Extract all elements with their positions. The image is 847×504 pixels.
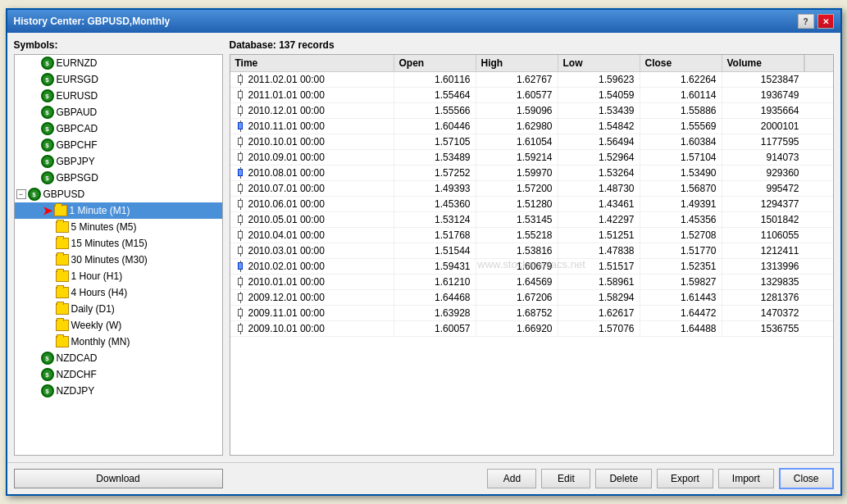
coin-icon-gbpcad: $: [41, 122, 54, 135]
tree-item-gbpchf[interactable]: $ GBPCHF: [15, 137, 222, 153]
candle-wick-top: [240, 89, 241, 92]
cell-low: 1.62617: [558, 306, 640, 320]
tree-item-eurusd[interactable]: $ EURUSD: [15, 88, 222, 104]
close-button[interactable]: Close: [779, 468, 834, 489]
tree-item-m1[interactable]: ➤ 1 Minute (M1): [15, 202, 222, 219]
cell-time: 2009.10.01 00:00: [230, 321, 394, 336]
candle-wick-bottom: [240, 238, 241, 241]
cell-time: 2010.04.01 00:00: [230, 228, 394, 243]
table-row[interactable]: 2010.12.01 00:00 1.55566 1.59096 1.53439…: [230, 103, 833, 119]
col-time[interactable]: Time: [230, 55, 394, 71]
table-row[interactable]: 2009.12.01 00:00 1.64468 1.67206 1.58294…: [230, 290, 833, 306]
cell-low: 1.43461: [558, 197, 640, 211]
cell-open: 1.55566: [394, 103, 476, 118]
tree-item-m15[interactable]: 15 Minutes (M15): [15, 235, 222, 252]
tree-item-nzdchf[interactable]: $ NZDCHF: [15, 366, 222, 383]
tree-item-nzdcad[interactable]: $ NZDCAD: [15, 350, 222, 366]
tree-item-h4[interactable]: 4 Hours (H4): [15, 284, 222, 301]
cell-open: 1.57252: [394, 166, 476, 180]
tree-label-w: Weekly (W): [71, 320, 122, 331]
table-body[interactable]: www.stockmaniacs.net 2011.02.01 00:00 1.…: [230, 72, 833, 455]
cell-volume: 1313996: [722, 259, 804, 274]
table-row[interactable]: 2010.01.01 00:00 1.61210 1.64569 1.58961…: [230, 275, 833, 290]
window-title: History Center: GBPUSD,Monthly: [14, 16, 171, 27]
import-button[interactable]: Import: [718, 469, 774, 488]
cell-close: 1.62264: [640, 72, 722, 87]
delete-button[interactable]: Delete: [595, 469, 652, 488]
tree-item-gbpsgd[interactable]: $ GBPSGD: [15, 170, 222, 186]
tree-item-m5[interactable]: 5 Minutes (M5): [15, 219, 222, 235]
tree-item-m30[interactable]: 30 Minutes (M30): [15, 252, 222, 268]
arrow-right-icon: ➤: [43, 204, 52, 217]
cell-time: 2009.11.01 00:00: [230, 306, 394, 320]
tree-label-gbpusd: GBPUSD: [43, 188, 85, 200]
table-row[interactable]: 2010.11.01 00:00 1.60446 1.62980 1.54842…: [230, 119, 833, 134]
coin-icon-nzdjpy: $: [41, 384, 54, 397]
cell-low: 1.52964: [558, 150, 640, 165]
col-close[interactable]: Close: [640, 55, 722, 71]
tree-item-d1[interactable]: Daily (D1): [15, 301, 222, 317]
cell-volume: 1294377: [722, 197, 804, 211]
window-close-button[interactable]: ✕: [817, 14, 834, 29]
cell-time: 2011.01.01 00:00: [230, 88, 394, 102]
candle-body: [238, 138, 243, 145]
candle-wick-bottom: [240, 301, 241, 303]
table-row[interactable]: 2010.04.01 00:00 1.51768 1.55218 1.51251…: [230, 228, 833, 243]
candle-icon: [235, 323, 245, 334]
tree-scroll[interactable]: $ EURNZD $ EURSGD $ EU: [15, 55, 222, 455]
col-low[interactable]: Low: [558, 55, 640, 71]
tree-item-gbpaud[interactable]: $ GBPAUD: [15, 104, 222, 120]
tree-item-gbpcad[interactable]: $ GBPCAD: [15, 120, 222, 137]
expand-icon-gbpusd[interactable]: −: [16, 189, 26, 199]
cell-close: 1.57104: [640, 150, 722, 165]
cell-time: 2010.11.01 00:00: [230, 119, 394, 134]
tree-item-gbpjpy[interactable]: $ GBPJPY: [15, 153, 222, 170]
candle-icon: [235, 276, 245, 288]
cell-close: 1.64472: [640, 306, 722, 320]
candle-wick-top: [240, 167, 241, 170]
table-row[interactable]: 2010.03.01 00:00 1.51544 1.53816 1.47838…: [230, 243, 833, 259]
table-row[interactable]: 2010.02.01 00:00 1.59431 1.60679 1.51517…: [230, 259, 833, 275]
bottom-bar: Download Add Edit Delete Export Import C…: [7, 462, 840, 494]
candle-icon: [235, 292, 245, 303]
folder-icon-w: [56, 320, 69, 331]
table-row[interactable]: 2011.02.01 00:00 1.60116 1.62767 1.59623…: [230, 72, 833, 88]
candle-icon: [235, 120, 245, 132]
table-row[interactable]: 2009.11.01 00:00 1.63928 1.68752 1.62617…: [230, 306, 833, 321]
col-volume[interactable]: Volume: [722, 55, 804, 71]
tree-item-mn[interactable]: Monthly (MN): [15, 334, 222, 350]
cell-time: 2011.02.01 00:00: [230, 72, 394, 87]
add-button[interactable]: Add: [487, 469, 536, 488]
col-open[interactable]: Open: [394, 55, 476, 71]
cell-low: 1.51517: [558, 259, 640, 274]
table-row[interactable]: 2010.07.01 00:00 1.49393 1.57200 1.48730…: [230, 181, 833, 197]
tree-item-nzdjpy[interactable]: $ NZDJPY: [15, 383, 222, 399]
cell-open: 1.51544: [394, 243, 476, 258]
tree-item-gbpusd[interactable]: − $ GBPUSD: [15, 186, 222, 202]
cell-low: 1.53264: [558, 166, 640, 180]
table-row[interactable]: 2010.08.01 00:00 1.57252 1.59970 1.53264…: [230, 166, 833, 181]
tree-item-w[interactable]: Weekly (W): [15, 317, 222, 334]
export-button[interactable]: Export: [657, 469, 713, 488]
table-row[interactable]: 2010.10.01 00:00 1.57105 1.61054 1.56494…: [230, 134, 833, 150]
candle-icon: [235, 214, 245, 225]
cell-high: 1.59096: [476, 103, 558, 118]
table-row[interactable]: 2009.10.01 00:00 1.60057 1.66920 1.57076…: [230, 321, 833, 337]
table-row[interactable]: 2010.06.01 00:00 1.45360 1.51280 1.43461…: [230, 197, 833, 212]
download-button[interactable]: Download: [14, 469, 223, 488]
cell-volume: 1212411: [722, 243, 804, 258]
candle-body: [238, 262, 243, 270]
tree-item-eursgd[interactable]: $ EURSGD: [15, 71, 222, 88]
cell-time: 2010.08.01 00:00: [230, 166, 394, 180]
edit-button[interactable]: Edit: [541, 469, 590, 488]
candle-body: [238, 325, 243, 332]
tree-item-eurnzd[interactable]: $ EURNZD: [15, 55, 222, 71]
tree-item-h1[interactable]: 1 Hour (H1): [15, 268, 222, 284]
cell-time: 2010.09.01 00:00: [230, 150, 394, 165]
help-button[interactable]: ?: [798, 14, 814, 29]
table-row[interactable]: 2010.05.01 00:00 1.53124 1.53145 1.42297…: [230, 212, 833, 228]
cell-volume: 929360: [722, 166, 804, 180]
table-row[interactable]: 2011.01.01 00:00 1.55464 1.60577 1.54059…: [230, 88, 833, 103]
col-high[interactable]: High: [476, 55, 558, 71]
table-row[interactable]: 2010.09.01 00:00 1.53489 1.59214 1.52964…: [230, 150, 833, 166]
